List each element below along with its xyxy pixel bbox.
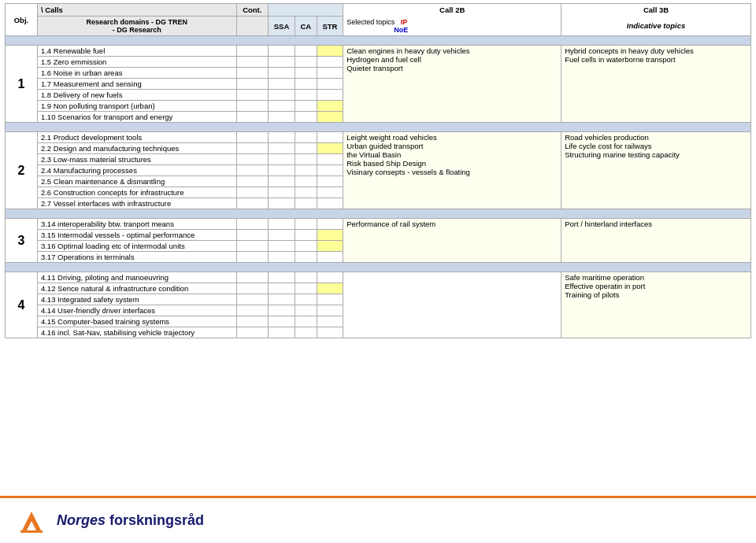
cont-cell — [236, 90, 268, 101]
logo-area: Norges forskningsråd — [16, 505, 204, 537]
ca-cell — [295, 241, 317, 252]
str-cell — [317, 327, 343, 338]
str-cell — [317, 294, 343, 305]
ca-cell — [295, 187, 317, 198]
ca-cell — [295, 294, 317, 305]
str-cell — [317, 305, 343, 316]
ssa-cell — [268, 219, 295, 230]
str-cell — [317, 187, 343, 198]
cont-cell — [236, 132, 268, 143]
cont-cell — [236, 187, 268, 198]
ssa-cell — [268, 132, 295, 143]
str-cell — [317, 252, 343, 263]
section-divider — [6, 209, 751, 219]
ca-cell — [295, 230, 317, 241]
cont-cell — [236, 198, 268, 209]
ssa-cell — [268, 154, 295, 165]
research-item: 1.7 Measurement and sensing — [37, 79, 236, 90]
logo-text: Norges forskningsråd — [57, 512, 204, 529]
research-item: 4.16 incl. Sat-Nav, stabilising vehicle … — [37, 327, 236, 338]
table-row: 22.1 Product development toolsLeight wei… — [6, 132, 751, 143]
research-item: 2.5 Clean maintenance & dismantling — [37, 176, 236, 187]
str-cell — [317, 230, 343, 241]
ssa-cell — [268, 187, 295, 198]
cont-cell — [236, 101, 268, 112]
cont-cell — [236, 294, 268, 305]
str-cell — [317, 112, 343, 123]
indicative-header: Indicative topics — [561, 17, 751, 36]
ssa-cell — [268, 101, 295, 112]
ssa-cell — [268, 283, 295, 294]
call3b-content: Safe maritime operationEffective operati… — [561, 272, 751, 338]
table-row: 11.4 Renewable fuelClean engines in heav… — [6, 46, 751, 57]
ca-cell — [295, 219, 317, 230]
cont-cell — [236, 230, 268, 241]
str-cell — [317, 101, 343, 112]
ca-cell — [295, 79, 317, 90]
str-cell — [317, 90, 343, 101]
str-cell — [317, 219, 343, 230]
str-cell — [317, 272, 343, 283]
ssa-cell — [268, 176, 295, 187]
ca-cell — [295, 327, 317, 338]
table-row: 33.14 interoperability btw. tranport mea… — [6, 219, 751, 230]
section-divider — [6, 263, 751, 272]
ca-cell — [295, 198, 317, 209]
cont-cell — [236, 272, 268, 283]
str-cell — [317, 132, 343, 143]
call2b-sub: Selected topics IP NoE — [343, 17, 561, 36]
ca-cell — [295, 252, 317, 263]
research-item: 1.4 Renewable fuel — [37, 46, 236, 57]
str-cell — [317, 154, 343, 165]
cont-cell — [236, 241, 268, 252]
section-divider — [6, 36, 751, 46]
table-area: Obj. \ Calls Cont. Call 2B Call 3B Resea… — [0, 0, 756, 496]
str-header: STR — [317, 17, 343, 36]
ssa-cell — [268, 252, 295, 263]
research-item: 1.5 Zero emmission — [37, 57, 236, 68]
ssa-cell — [268, 294, 295, 305]
call3b-content: Hybrid concepts in heavy duty vehiclesFu… — [561, 46, 751, 123]
research-item: 2.1 Product development tools — [37, 132, 236, 143]
ssa-cell — [268, 305, 295, 316]
research-item: 2.4 Manufacturing processes — [37, 165, 236, 176]
cont-cell — [236, 143, 268, 154]
cont-cell — [236, 68, 268, 79]
research-item: 4.15 Computer-based training systems — [37, 316, 236, 327]
ssa-cell — [268, 316, 295, 327]
call2b-header: Call 2B — [343, 4, 561, 17]
ca-cell — [295, 165, 317, 176]
call2b-label: Call 2B — [439, 6, 465, 14]
call2b-content: Leight weight road vehiclesUrban guided … — [343, 132, 561, 209]
cont-cell — [236, 112, 268, 123]
research-item: 1.6 Noise in urban areas — [37, 68, 236, 79]
ssa-cell — [268, 57, 295, 68]
noe-label: NoE — [394, 26, 408, 34]
cont-cell — [236, 327, 268, 338]
str-cell — [317, 283, 343, 294]
research-item: 2.7 Vessel interfaces with infrastructur… — [37, 198, 236, 209]
research-item: 4.11 Driving, piloting and manoeuvring — [37, 272, 236, 283]
main-table: Obj. \ Calls Cont. Call 2B Call 3B Resea… — [5, 3, 751, 338]
research-item: 2.6 Construction concepts for infrastruc… — [37, 187, 236, 198]
cont-cell — [236, 79, 268, 90]
research-item: 4.14 User-friendly driver interfaces — [37, 305, 236, 316]
str-cell — [317, 143, 343, 154]
ca-cell — [295, 176, 317, 187]
str-cell — [317, 241, 343, 252]
section-number: 4 — [6, 272, 38, 338]
str-cell — [317, 198, 343, 209]
call2b-content: Performance of rail system — [343, 219, 561, 263]
table-row: 44.11 Driving, piloting and manoeuvringS… — [6, 272, 751, 283]
cont-cell — [236, 305, 268, 316]
cont-cell — [236, 316, 268, 327]
ssa-cell — [268, 90, 295, 101]
call3b-header: Call 3B — [561, 4, 751, 17]
section-number: 2 — [6, 132, 38, 209]
cont-cell — [236, 252, 268, 263]
str-cell — [317, 68, 343, 79]
section-number: 1 — [6, 46, 38, 123]
cont-cell — [236, 219, 268, 230]
ssa-header: SSA — [268, 17, 295, 36]
cont-cell — [236, 165, 268, 176]
